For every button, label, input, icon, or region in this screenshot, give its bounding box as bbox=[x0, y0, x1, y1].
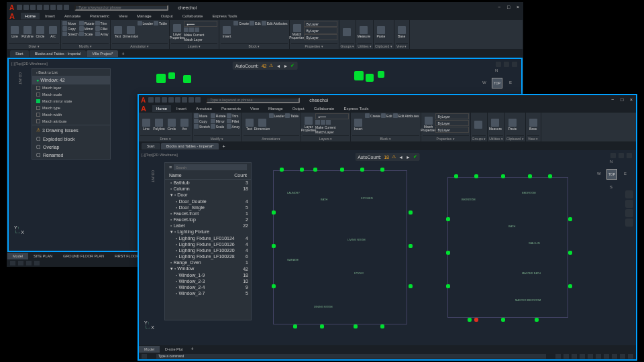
tool-polyline[interactable]: Polyline bbox=[153, 113, 165, 135]
add-tab-icon[interactable]: + bbox=[121, 52, 124, 56]
tool-match properties[interactable]: Match Properties bbox=[423, 113, 435, 135]
tool-dimension[interactable]: Dimension bbox=[256, 113, 268, 135]
layout-model[interactable]: Model bbox=[7, 253, 28, 259]
tool-paste[interactable]: Paste bbox=[506, 113, 519, 135]
tree-row[interactable]: ▫ Faucet-top2 bbox=[165, 217, 251, 223]
tab-parametric[interactable]: Parametric bbox=[86, 13, 113, 19]
match-option[interactable]: Match width bbox=[32, 111, 110, 118]
drawing-viewport[interactable]: [-][Top][2D Wireframe] AutoCount: 18 ⚠ ◄… bbox=[139, 150, 636, 346]
tool-measure[interactable]: Measure bbox=[358, 21, 370, 43]
tool-array[interactable]: Array bbox=[227, 124, 240, 129]
panel-utilities[interactable]: Utilities ▾ bbox=[358, 43, 372, 48]
viewcube[interactable]: N S E W TOP bbox=[485, 71, 509, 95]
bylayer-dropdown[interactable]: ByLayer bbox=[435, 127, 469, 133]
tool-scale[interactable]: Scale bbox=[211, 124, 226, 129]
layout-tabs[interactable]: Model D-size Plot + bbox=[139, 345, 636, 353]
panel-properties[interactable]: Properties ▾ bbox=[291, 43, 337, 48]
tool-table[interactable]: Table bbox=[285, 113, 299, 118]
user-label[interactable]: cheechoi bbox=[178, 5, 197, 10]
layout-tab[interactable]: D-size Plot bbox=[160, 346, 189, 353]
tool-dimension[interactable]: Dimension bbox=[125, 21, 137, 43]
search-input[interactable] bbox=[174, 164, 247, 170]
match-option[interactable]: Match layer bbox=[32, 84, 110, 91]
match-option[interactable]: Match scale bbox=[32, 91, 110, 98]
tool-arc[interactable]: Arc bbox=[47, 21, 59, 43]
tool-base[interactable]: Base bbox=[396, 21, 408, 43]
tool-edit[interactable]: Edit bbox=[250, 21, 261, 25]
file-tabs[interactable]: Start Blocks and Tables - Imperial* + bbox=[139, 142, 636, 150]
tree-row[interactable]: ▾ ▫ Door bbox=[165, 192, 251, 198]
tool-base[interactable]: Base bbox=[527, 113, 539, 135]
tab-manage[interactable]: Manage bbox=[133, 13, 156, 19]
ucs-icon[interactable]: Y↑└→X bbox=[144, 320, 154, 330]
bylayer-dropdown[interactable]: ByLayer bbox=[304, 27, 337, 34]
tool-mirror[interactable]: Mirror bbox=[79, 26, 95, 31]
panel-layers[interactable]: Layers ▾ bbox=[171, 43, 217, 48]
view-label[interactable]: [-][Top][2D Wireframe] bbox=[142, 153, 178, 157]
autocount-toolbar[interactable]: AutoCount: 18 ⚠ ◄ ► ✔ bbox=[355, 153, 420, 161]
tree-row[interactable]: ▫ Window_1-918 bbox=[165, 272, 251, 278]
panel-groups[interactable]: Groups ▾ bbox=[341, 43, 355, 48]
tree-row[interactable]: ▫ Window_2-310 bbox=[165, 278, 251, 284]
match-option[interactable]: Match type bbox=[32, 105, 110, 111]
filetab-blocks[interactable]: Blocks and Tables - Imperial* bbox=[161, 143, 219, 149]
tool-edit attributes[interactable]: Edit Attributes bbox=[393, 113, 419, 118]
bylayer-dropdown[interactable]: ByLayer bbox=[304, 21, 337, 27]
ribbon-tabs[interactable]: Home Insert Annotate Parametric View Man… bbox=[7, 12, 523, 20]
tool-create[interactable]: Create bbox=[233, 21, 249, 25]
tab-annotate[interactable]: Annotate bbox=[60, 13, 85, 19]
add-tab-icon[interactable]: + bbox=[222, 144, 225, 149]
count-palette[interactable]: ≡ NameCount ▫ Bathtub3▫ Column18▾ ▫ Door… bbox=[164, 162, 252, 320]
ucs-icon[interactable]: Y↑└→X bbox=[14, 225, 24, 235]
tree-row[interactable]: ▫ Lighting Fixture_LF1002204 bbox=[165, 247, 251, 253]
search-input[interactable] bbox=[74, 5, 168, 11]
tool-insert[interactable]: Insert bbox=[221, 21, 233, 43]
filetab-start[interactable]: Start bbox=[142, 143, 160, 149]
layout-tab[interactable]: SITE PLAN bbox=[28, 253, 58, 259]
panel-draw[interactable]: Draw ▾ bbox=[9, 43, 59, 48]
tool-group[interactable] bbox=[472, 113, 484, 135]
panel-layers[interactable]: Layers ▾ bbox=[303, 135, 349, 141]
issues-header[interactable]: ⚠3 Drawing Issues bbox=[32, 125, 110, 135]
issue-row[interactable]: ▢Overlap bbox=[32, 143, 110, 151]
tree-row[interactable]: ▾ ▫ Lighting Fixture bbox=[165, 229, 251, 235]
tab-express[interactable]: Express Tools bbox=[208, 13, 241, 19]
layout-model[interactable]: Model bbox=[139, 346, 160, 353]
tree-row[interactable]: ▫ Lighting Fixture_LF0101244 bbox=[165, 235, 251, 241]
statusbar[interactable]: Type a command bbox=[139, 353, 636, 359]
tab-annotate[interactable]: Annotate bbox=[192, 105, 216, 112]
layout-tab[interactable]: GROUND FLOOR PLAN bbox=[58, 253, 109, 259]
issue-row[interactable]: ▢Exploded block bbox=[32, 135, 110, 143]
panel-modify[interactable]: Modify ▾ bbox=[62, 43, 109, 48]
search-input[interactable] bbox=[206, 97, 300, 103]
tool-polyline[interactable]: Polyline bbox=[21, 21, 34, 43]
tool-leader[interactable]: Leader bbox=[269, 113, 285, 118]
tree-row[interactable]: ▾ ▫ Window 42 bbox=[165, 265, 251, 272]
tool-line[interactable]: Line bbox=[140, 113, 152, 135]
tree-row[interactable]: ▫ Window_3-75 bbox=[165, 290, 251, 296]
tool-layer properties[interactable]: Layer Properties bbox=[171, 21, 183, 43]
filter-icon[interactable]: ≡ bbox=[169, 165, 172, 170]
filetab-start[interactable]: Start bbox=[10, 50, 29, 57]
panel-groups[interactable]: Groups ▾ bbox=[472, 135, 486, 141]
panel-draw[interactable]: Draw ▾ bbox=[140, 135, 191, 141]
panel-properties[interactable]: Properties ▾ bbox=[423, 135, 469, 141]
tool-stretch[interactable]: Stretch bbox=[62, 32, 78, 36]
view-label[interactable]: [-][Top][2D Wireframe] bbox=[11, 62, 48, 66]
tool-match properties[interactable]: Match Properties bbox=[291, 21, 303, 43]
accept-icon[interactable]: ✔ bbox=[413, 154, 417, 160]
tool-scale[interactable]: Scale bbox=[79, 32, 95, 36]
tool-circle[interactable]: Circle bbox=[34, 21, 46, 43]
tree-row[interactable]: ▫ Door_Single5 bbox=[165, 204, 251, 210]
issue-row[interactable]: ▢Renamed bbox=[32, 151, 110, 159]
nav-bar[interactable] bbox=[625, 190, 633, 228]
tab-parametric[interactable]: Parametric bbox=[217, 105, 245, 112]
tool-measure[interactable]: Measure bbox=[489, 113, 501, 135]
ribbon-tabs[interactable]: Home Insert Annotate Parametric View Man… bbox=[139, 105, 636, 113]
tool-fillet[interactable]: Fillet bbox=[227, 119, 240, 123]
tab-manage[interactable]: Manage bbox=[264, 105, 287, 112]
viewport-controls[interactable] bbox=[496, 62, 517, 67]
tree-row[interactable]: ▫ Bathtub3 bbox=[165, 180, 251, 186]
command-line[interactable]: Type a command bbox=[156, 354, 546, 359]
tool-rotate[interactable]: Rotate bbox=[211, 113, 226, 118]
